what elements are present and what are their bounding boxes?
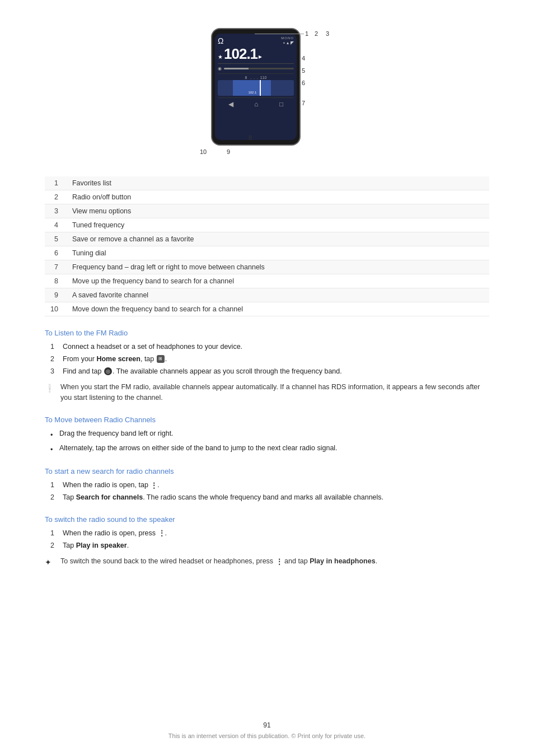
table-row: 5Save or remove a channel as a favorite bbox=[45, 232, 489, 246]
divider-line-2 bbox=[218, 73, 294, 74]
band-container: 102.1 bbox=[218, 80, 294, 96]
search-step-num-1: 1 bbox=[50, 480, 58, 491]
section-new-search: To start a new search for radio channels… bbox=[45, 467, 489, 503]
note-text-listen: When you start the FM radio, available c… bbox=[60, 382, 489, 403]
home-btn: ⌂ bbox=[254, 100, 258, 108]
table-row: 7Frequency band – drag left or right to … bbox=[45, 260, 489, 274]
callout-3: 3 bbox=[326, 30, 329, 37]
table-row: 10Move down the frequency band to search… bbox=[45, 302, 489, 316]
item-label: Frequency band – drag left or right to m… bbox=[67, 260, 489, 274]
item-number: 2 bbox=[45, 190, 67, 204]
table-row: 3View menu options bbox=[45, 204, 489, 218]
search-step-1: 1 When the radio is open, tap ⋮. bbox=[45, 480, 489, 491]
item-number: 9 bbox=[45, 288, 67, 302]
item-label: Favorites list bbox=[67, 176, 489, 190]
item-label: View menu options bbox=[67, 204, 489, 218]
item-number: 3 bbox=[45, 204, 67, 218]
footer-note: This is an internet version of this publ… bbox=[0, 732, 534, 739]
exclamation-icon: ❕ bbox=[45, 382, 55, 394]
bullet-dot-2: • bbox=[50, 445, 55, 455]
diagram-section: Ω MONO ▪ ▴ ◤ ★ 102.1 ▸ bbox=[45, 17, 489, 168]
section-heading-search: To start a new search for radio channels bbox=[45, 467, 489, 475]
move-bullet-1-text: Drag the frequency band left or right. bbox=[59, 428, 174, 441]
volume-row: ◉ bbox=[218, 66, 294, 71]
callout-5: 5 bbox=[302, 67, 305, 74]
band-numbers: 8 . . . 110 bbox=[218, 76, 294, 80]
speaker-step-2: 2 Tap Play in speaker. bbox=[45, 540, 489, 551]
speaker-step-1-text: When the radio is open, press ⋮. bbox=[63, 528, 167, 539]
wifi-icon: ◤ bbox=[291, 40, 294, 45]
speaker-step-2-text: Tap Play in speaker. bbox=[63, 540, 129, 551]
menu-btn: □ bbox=[279, 100, 283, 108]
callout-4: 4 bbox=[302, 55, 305, 62]
callout-8: 8 bbox=[249, 134, 252, 141]
item-number: 7 bbox=[45, 260, 67, 274]
note-text-speaker: To switch the sound back to the wired he… bbox=[60, 556, 489, 567]
footer: 91 This is an internet version of this p… bbox=[0, 721, 534, 739]
search-step-2: 2 Tap Search for channels. The radio sca… bbox=[45, 492, 489, 503]
page-container: Ω MONO ▪ ▴ ◤ ★ 102.1 ▸ bbox=[0, 0, 534, 608]
table-row: 9A saved favorite channel bbox=[45, 288, 489, 302]
table-row: 8Move up the frequency band to search fo… bbox=[45, 274, 489, 288]
divider-line-1 bbox=[218, 63, 294, 64]
listen-step-1-text: Connect a headset or a set of headphones… bbox=[63, 342, 242, 352]
item-label: Save or remove a channel as a favorite bbox=[67, 232, 489, 246]
band-pointer bbox=[260, 80, 261, 96]
items-table: 1Favorites list2Radio on/off button3View… bbox=[45, 176, 489, 316]
search-step-2-text: Tap Search for channels. The radio scans… bbox=[63, 492, 383, 503]
section-switch-speaker: To switch the radio sound to the speaker… bbox=[45, 515, 489, 569]
nav-row: ◀ ⌂ □ bbox=[218, 97, 294, 108]
callout-7: 7 bbox=[302, 100, 305, 106]
table-row: 6Tuning dial bbox=[45, 246, 489, 260]
line-1 bbox=[255, 34, 304, 34]
search-steps: 1 When the radio is open, tap ⋮. 2 Tap S… bbox=[45, 480, 489, 503]
apps-icon: ⊞ bbox=[157, 355, 165, 363]
step-num-2: 2 bbox=[50, 354, 58, 365]
item-number: 1 bbox=[45, 176, 67, 190]
omega-icon: Ω bbox=[218, 36, 223, 45]
back-btn: ◀ bbox=[228, 100, 233, 108]
callout-9: 9 bbox=[227, 148, 230, 155]
step-num-1: 1 bbox=[50, 342, 58, 352]
frequency-row: ★ 102.1 ▸ bbox=[218, 46, 294, 61]
signal-icon: ▴ bbox=[287, 40, 289, 45]
item-number: 5 bbox=[45, 232, 67, 246]
table-row: 1Favorites list bbox=[45, 176, 489, 190]
item-number: 4 bbox=[45, 218, 67, 232]
phone-top-row: Ω MONO ▪ ▴ ◤ bbox=[218, 36, 294, 45]
move-bullets: • Drag the frequency band left or right.… bbox=[45, 428, 489, 455]
speaker-step-1: 1 When the radio is open, press ⋮. bbox=[45, 528, 489, 539]
line-1b bbox=[255, 34, 255, 34]
item-number: 8 bbox=[45, 274, 67, 288]
battery-icon: ▪ bbox=[283, 40, 285, 45]
listen-steps: 1 Connect a headset or a set of headphon… bbox=[45, 342, 489, 376]
more-icon-2: ⋮ bbox=[158, 528, 165, 538]
speaker-step-num-1: 1 bbox=[50, 528, 58, 539]
section-heading-listen: To Listen to the FM Radio bbox=[45, 329, 489, 337]
item-label: Tuned frequency bbox=[67, 218, 489, 232]
item-number: 6 bbox=[45, 246, 67, 260]
note-box-speaker: ✦ To switch the sound back to the wired … bbox=[45, 556, 489, 568]
item-label: Tuning dial bbox=[67, 246, 489, 260]
frequency-display: 102.1 bbox=[224, 46, 257, 61]
callout-10: 10 bbox=[200, 148, 207, 155]
listen-step-3-text: Find and tap ◎. The available channels a… bbox=[63, 366, 342, 377]
listen-step-1: 1 Connect a headset or a set of headphon… bbox=[45, 342, 489, 352]
callout-1: 1 bbox=[305, 30, 308, 37]
item-label: Move up the frequency band to search for… bbox=[67, 274, 489, 288]
arrow-icon: ▸ bbox=[259, 53, 262, 60]
mono-label: MONO bbox=[281, 36, 294, 40]
callout-6: 6 bbox=[302, 80, 305, 86]
table-row: 2Radio on/off button bbox=[45, 190, 489, 204]
speaker-steps: 1 When the radio is open, press ⋮. 2 Tap… bbox=[45, 528, 489, 551]
callout-2: 2 bbox=[315, 30, 318, 37]
item-label: A saved favorite channel bbox=[67, 288, 489, 302]
listen-step-2: 2 From your Home screen, tap ⊞. bbox=[45, 354, 489, 365]
phone-screen: Ω MONO ▪ ▴ ◤ ★ 102.1 ▸ bbox=[215, 34, 297, 140]
move-bullet-2-text: Alternately, tap the arrows on either si… bbox=[59, 443, 338, 455]
section-heading-move: To Move between Radio Channels bbox=[45, 416, 489, 424]
volume-bar bbox=[224, 68, 294, 69]
more-icon-1: ⋮ bbox=[151, 480, 157, 491]
diagram-inner: Ω MONO ▪ ▴ ◤ ★ 102.1 ▸ bbox=[166, 17, 368, 168]
page-number: 91 bbox=[0, 721, 534, 729]
